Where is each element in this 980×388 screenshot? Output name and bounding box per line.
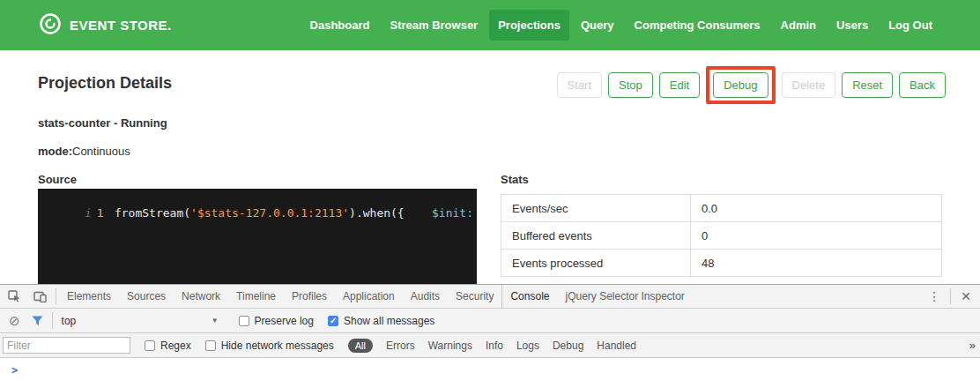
nav-item-stream-browser[interactable]: Stream Browser — [381, 10, 486, 41]
stat-label: Events/sec — [501, 195, 691, 222]
nav-item-users[interactable]: Users — [828, 10, 877, 41]
preserve-log-checkbox[interactable]: Preserve log — [239, 315, 314, 327]
show-all-messages-label: Show all messages — [344, 315, 434, 327]
reset-button[interactable]: Reset — [842, 72, 893, 98]
debug-button[interactable]: Debug — [713, 72, 768, 98]
level-filter-warnings[interactable]: Warnings — [428, 340, 472, 352]
level-filter-info[interactable]: Info — [486, 340, 503, 352]
table-row: Events processed 48 — [501, 250, 942, 277]
mode-label: mode: — [38, 145, 72, 158]
regex-label: Regex — [160, 340, 191, 352]
clear-console-icon[interactable]: ⊘ — [4, 314, 26, 327]
back-button[interactable]: Back — [899, 72, 946, 98]
hide-network-messages-checkbox[interactable]: Hide network messages — [205, 340, 334, 352]
stats-table: Events/sec 0.0 Buffered events 0 Events … — [501, 194, 942, 277]
editor-gutter: i1 — [38, 189, 70, 284]
tab-elements[interactable]: Elements — [59, 285, 119, 308]
tab-audits[interactable]: Audits — [403, 285, 448, 308]
tab-sources[interactable]: Sources — [119, 285, 174, 308]
stat-label: Events processed — [501, 250, 691, 277]
checkbox-unchecked[interactable] — [239, 316, 249, 326]
stat-value: 48 — [691, 250, 942, 277]
tab-application[interactable]: Application — [335, 285, 403, 308]
code-segment — [405, 206, 432, 220]
nav-item-query[interactable]: Query — [572, 10, 623, 41]
divider — [56, 288, 56, 304]
device-toolbar-icon[interactable] — [27, 291, 53, 302]
nav-items: Dashboard Stream Browser Projections Que… — [301, 10, 941, 41]
level-filter-all[interactable]: All — [348, 339, 373, 353]
source-code-editor[interactable]: i1 fromStream('$stats-127.0.0.1:2113').w… — [38, 189, 477, 284]
nav-item-projections[interactable]: Projections — [489, 10, 569, 41]
projection-status: stats-counter - Running — [38, 116, 167, 130]
eventstore-logo-icon — [39, 12, 62, 38]
screen: EVENT STORE. Dashboard Stream Browser Pr… — [0, 0, 980, 388]
console-filter-bar: Regex Hide network messages All Errors W… — [0, 333, 980, 358]
devtools-menu-icon[interactable]: ⋮ — [921, 289, 947, 303]
checkbox-checked[interactable] — [328, 316, 338, 326]
tab-jquery-selector-inspector[interactable]: jQuery Selector Inspector — [557, 285, 692, 308]
nav-item-dashboard[interactable]: Dashboard — [301, 10, 379, 41]
tab-network[interactable]: Network — [174, 285, 228, 308]
level-filter-errors[interactable]: Errors — [386, 340, 415, 352]
chevron-down-icon: ▼ — [212, 317, 219, 325]
console-toolbar: ⊘ top ▼ Preserve log Show all messages — [0, 309, 980, 333]
brand-label: EVENT STORE. — [70, 18, 172, 33]
action-buttons: Start Stop Edit Debug Delete Reset Back — [557, 63, 946, 106]
code-segment: ).when({ — [349, 206, 405, 220]
debug-highlight-annotation: Debug — [706, 66, 775, 104]
checkbox-unchecked[interactable] — [205, 340, 216, 351]
tab-timeline[interactable]: Timeline — [228, 285, 284, 308]
page-title: Projection Details — [38, 74, 172, 93]
code-line: fromStream('$stats-127.0.0.1:2113').when… — [70, 189, 477, 284]
level-filter-handled[interactable]: Handled — [597, 340, 636, 352]
level-filter-logs[interactable]: Logs — [516, 340, 539, 352]
console-prompt-chevron[interactable]: > — [11, 364, 18, 377]
devtools-tab-bar: Elements Sources Network Timeline Profil… — [0, 285, 980, 309]
stop-button[interactable]: Stop — [608, 72, 653, 98]
level-filter-debug[interactable]: Debug — [553, 340, 583, 352]
stat-label: Buffered events — [501, 222, 691, 250]
mode-value: Continuous — [72, 145, 130, 158]
edit-button[interactable]: Edit — [659, 72, 700, 98]
nav-item-logout[interactable]: Log Out — [880, 10, 941, 41]
table-row: Events/sec 0.0 — [501, 195, 942, 222]
devtools-panel: Elements Sources Network Timeline Profil… — [0, 284, 980, 388]
preserve-log-label: Preserve log — [255, 315, 314, 327]
nav-item-admin[interactable]: Admin — [772, 10, 825, 41]
code-segment: fromStream( — [115, 206, 190, 220]
nav-item-competing-consumers[interactable]: Competing Consumers — [626, 10, 769, 41]
code-segment-string: '$stats-127.0.0.1:2113' — [190, 206, 349, 220]
hide-network-messages-label: Hide network messages — [221, 340, 334, 352]
brand[interactable]: EVENT STORE. — [39, 12, 172, 38]
inspect-element-icon[interactable] — [2, 290, 27, 302]
stat-value: 0.0 — [691, 195, 942, 222]
context-value: top — [62, 315, 77, 327]
stats-heading: Stats — [501, 173, 529, 186]
overflow-chevron-icon[interactable]: » — [967, 339, 978, 352]
navbar: EVENT STORE. Dashboard Stream Browser Pr… — [0, 0, 980, 50]
divider — [52, 312, 53, 329]
filter-funnel-icon[interactable] — [26, 316, 49, 326]
divider — [950, 288, 951, 304]
tab-profiles[interactable]: Profiles — [284, 285, 335, 308]
tab-console[interactable]: Console — [501, 285, 557, 308]
filter-input[interactable] — [3, 337, 130, 354]
delete-button[interactable]: Delete — [782, 72, 836, 98]
source-heading: Source — [38, 173, 77, 186]
stat-value: 0 — [691, 222, 942, 250]
table-row: Buffered events 0 — [501, 222, 942, 250]
regex-checkbox[interactable]: Regex — [145, 340, 191, 352]
console-output-area[interactable]: > — [0, 358, 980, 388]
start-button[interactable]: Start — [557, 72, 602, 98]
devtools-close-icon[interactable]: ✕ — [954, 289, 978, 303]
mode-line: mode:Continuous — [38, 145, 130, 158]
code-segment — [473, 206, 477, 220]
execution-context-selector[interactable]: top ▼ — [56, 315, 225, 327]
show-all-messages-checkbox[interactable]: Show all messages — [328, 315, 434, 327]
code-segment-atom: $init: — [432, 206, 473, 220]
tab-security[interactable]: Security — [448, 285, 501, 308]
checkbox-unchecked[interactable] — [145, 340, 155, 351]
